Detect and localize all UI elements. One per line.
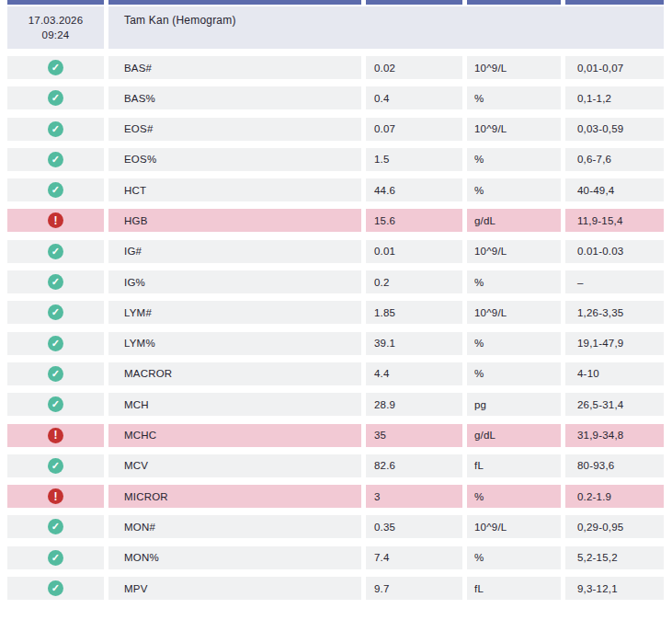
lab-results-page: 17.03.2026 09:24 Tam Kan (Hemogram) ✓ BA… [0,0,672,620]
test-value: 7.4 [366,546,462,569]
table-row[interactable]: ✓ BAS% 0.4 % 0,1-1,2 [7,86,664,109]
status-glyph: ✓ [51,338,60,350]
check-icon: ✓ [48,60,63,75]
accent-bar-segment [366,0,462,5]
check-icon: ✓ [48,519,63,534]
test-reference-range: 26,5-31,4 [565,393,664,416]
status-cell: ✓ [7,301,104,324]
test-name: EOS% [108,148,361,171]
status-cell: ! [7,209,104,232]
table-accent-bar [7,0,664,5]
table-row[interactable]: ✓ MON% 7.4 % 5,2-15,2 [7,546,664,569]
table-row[interactable]: ✓ LYM# 1.85 10^9/L 1,26-3,35 [7,301,664,324]
test-unit: g/dL [467,424,561,447]
status-cell: ✓ [7,118,104,141]
table-row[interactable]: ✓ IG# 0.01 10^9/L 0.01-0.03 [7,240,664,263]
status-cell: ! [7,424,104,447]
check-icon: ✓ [48,121,63,137]
test-name: BAS% [108,86,361,109]
table-row[interactable]: ! HGB 15.6 g/dL 11,9-15,4 [7,209,664,232]
check-icon: ✓ [48,396,63,412]
accent-bar-segment [565,0,664,5]
test-value: 1.5 [366,148,462,171]
test-name: MPV [108,577,361,600]
status-cell: ! [7,485,104,508]
test-name: IG# [108,240,361,263]
test-name: IG% [108,270,361,293]
table-row[interactable]: ✓ MPV 9.7 fL 9,3-12,1 [7,577,664,600]
test-value: 44.6 [366,178,462,201]
test-name: HGB [108,209,361,232]
test-unit: fL [467,454,561,477]
table-row[interactable]: ! MCHC 35 g/dL 31,9-34,8 [7,424,664,447]
test-unit: g/dL [467,209,561,232]
status-cell: ✓ [7,332,104,355]
test-unit: 10^9/L [467,118,561,141]
test-reference-range: – [565,270,664,293]
check-icon: ✓ [48,152,63,167]
check-icon: ✓ [48,274,63,290]
status-glyph: ✓ [51,521,60,533]
table-row[interactable]: ✓ MCV 82.6 fL 80-93,6 [7,454,664,477]
test-name: MICROR [108,485,361,508]
test-unit: % [467,332,561,355]
test-value: 3 [366,485,462,508]
test-reference-range: 0,03-0,59 [565,118,664,141]
test-reference-range: 5,2-15,2 [565,546,664,569]
status-glyph: ! [53,214,57,227]
status-cell: ✓ [7,515,104,538]
test-reference-range: 0.2-1.9 [565,485,664,508]
status-cell: ✓ [7,454,104,477]
test-unit: % [467,485,561,508]
test-value: 82.6 [366,454,462,477]
test-unit: 10^9/L [467,56,561,79]
table-row[interactable]: ✓ MACROR 4.4 % 4-10 [7,362,664,385]
test-name: BAS# [108,56,361,79]
status-glyph: ! [53,490,57,503]
test-name: MON% [108,546,361,569]
status-glyph: ! [53,429,57,442]
table-row[interactable]: ✓ MON# 0.35 10^9/L 0,29-0,95 [7,515,664,538]
table-row[interactable]: ✓ HCT 44.6 % 40-49,4 [7,178,664,201]
test-name: HCT [108,178,361,201]
status-cell: ✓ [7,240,104,263]
test-reference-range: 4-10 [565,362,664,385]
table-row[interactable]: ✓ LYM% 39.1 % 19,1-47,9 [7,332,664,355]
status-cell: ✓ [7,148,104,171]
table-row[interactable]: ! MICROR 3 % 0.2-1.9 [7,485,664,508]
status-glyph: ✓ [51,460,60,472]
sample-datetime: 17.03.2026 09:24 [7,6,104,49]
test-unit: % [467,178,561,201]
table-row[interactable]: ✓ IG% 0.2 % – [7,270,664,293]
status-cell: ✓ [7,178,104,201]
lab-results-table: 17.03.2026 09:24 Tam Kan (Hemogram) ✓ BA… [7,0,664,600]
test-reference-range: 80-93,6 [565,454,664,477]
test-reference-range: 0,6-7,6 [565,148,664,171]
table-row[interactable]: ✓ EOS# 0.07 10^9/L 0,03-0,59 [7,118,664,141]
status-glyph: ✓ [51,154,60,166]
check-icon: ✓ [48,366,63,382]
table-row[interactable]: ✓ MCH 28.9 pg 26,5-31,4 [7,393,664,416]
status-glyph: ✓ [51,92,60,104]
test-unit: % [467,270,561,293]
test-value: 0.2 [366,270,462,293]
test-name: EOS# [108,118,361,141]
test-reference-range: 19,1-47,9 [565,332,664,355]
test-reference-range: 0,1-1,2 [565,86,664,109]
table-row[interactable]: ✓ BAS# 0.02 10^9/L 0,01-0,07 [7,56,664,79]
test-name: MACROR [108,362,361,385]
test-reference-range: 0,01-0,07 [565,56,664,79]
test-reference-range: 40-49,4 [565,178,664,201]
status-cell: ✓ [7,546,104,569]
panel-title: Tam Kan (Hemogram) [108,6,664,49]
test-unit: 10^9/L [467,301,561,324]
table-row[interactable]: ✓ EOS% 1.5 % 0,6-7,6 [7,148,664,171]
test-unit: fL [467,577,561,600]
results-table-body: ✓ BAS# 0.02 10^9/L 0,01-0,07 ✓ BAS% 0.4 … [7,56,664,600]
status-glyph: ✓ [51,123,60,135]
status-glyph: ✓ [51,582,60,594]
test-value: 9.7 [366,577,462,600]
status-cell: ✓ [7,56,104,79]
test-name: MCHC [108,424,361,447]
test-value: 35 [366,424,462,447]
